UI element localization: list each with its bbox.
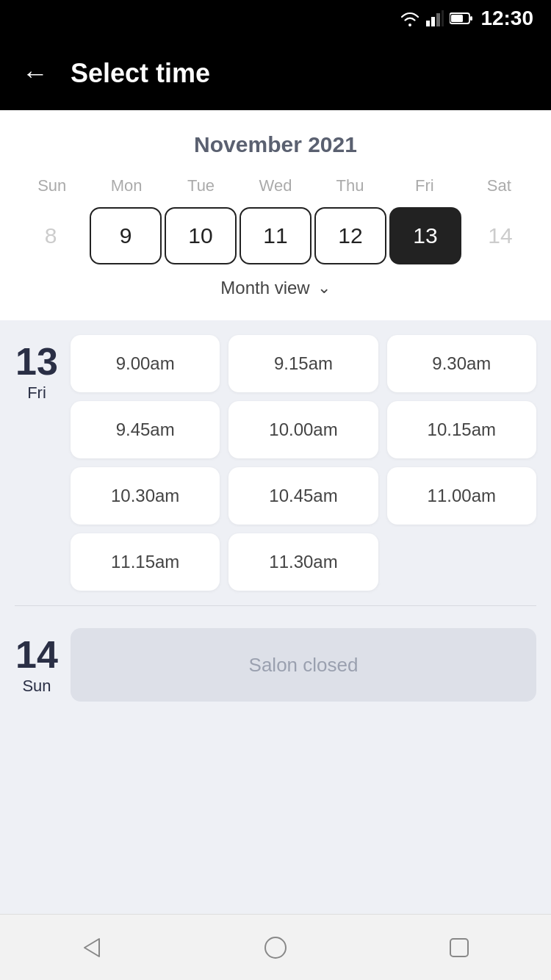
wifi-icon xyxy=(400,10,420,26)
weekday-fri: Fri xyxy=(387,172,461,200)
page-title: Select time xyxy=(71,58,210,89)
cal-day-13[interactable]: 13 xyxy=(389,207,461,264)
time-slot-1000am[interactable]: 10.00am xyxy=(228,401,378,458)
salon-closed-box: Salon closed xyxy=(71,628,536,702)
home-circle-icon xyxy=(262,934,289,961)
cal-day-8[interactable]: 8 xyxy=(15,207,87,264)
weekday-mon: Mon xyxy=(89,172,163,200)
time-slot-1030am[interactable]: 10.30am xyxy=(71,467,220,525)
calendar-section: November 2021 Sun Mon Tue Wed Thu Fri Sa… xyxy=(0,110,551,320)
svg-rect-2 xyxy=(436,13,440,26)
time-slot-1045am[interactable]: 10.45am xyxy=(228,467,378,525)
time-slot-1130am[interactable]: 11.30am xyxy=(228,533,378,591)
back-button[interactable]: ← xyxy=(22,60,48,87)
time-slot-1115am[interactable]: 11.15am xyxy=(71,533,220,591)
svg-rect-9 xyxy=(450,939,468,956)
status-icons xyxy=(400,10,473,26)
nav-recent-button[interactable] xyxy=(437,926,481,970)
cal-day-10[interactable]: 10 xyxy=(165,207,237,264)
divider xyxy=(15,605,536,606)
month-view-toggle[interactable]: Month view ⌄ xyxy=(15,267,536,313)
weekday-sat: Sat xyxy=(462,172,536,200)
svg-rect-5 xyxy=(470,16,472,21)
status-bar: 12:30 xyxy=(0,0,551,37)
status-time: 12:30 xyxy=(480,7,533,30)
cal-day-12[interactable]: 12 xyxy=(314,207,386,264)
time-grid-13: 9.00am 9.15am 9.30am 9.45am 10.00am 10.1… xyxy=(71,335,536,591)
svg-rect-6 xyxy=(451,15,463,22)
chevron-down-icon: ⌄ xyxy=(317,278,331,298)
time-slot-900am[interactable]: 9.00am xyxy=(71,335,220,392)
recent-square-icon xyxy=(446,934,472,961)
cal-day-14[interactable]: 14 xyxy=(464,207,536,264)
svg-rect-1 xyxy=(431,17,435,26)
bottom-nav xyxy=(0,914,551,980)
back-triangle-icon xyxy=(79,934,105,961)
salon-closed-grid: Salon closed xyxy=(71,628,536,702)
day-number-col-14: 14 Sun xyxy=(15,628,59,702)
nav-back-button[interactable] xyxy=(70,926,114,970)
svg-point-8 xyxy=(265,937,286,958)
svg-rect-0 xyxy=(426,21,430,26)
cal-day-9[interactable]: 9 xyxy=(90,207,162,264)
weekday-thu: Thu xyxy=(313,172,387,200)
signal-icon xyxy=(426,10,444,26)
day-number-13: 13 xyxy=(15,342,58,381)
month-view-label: Month view xyxy=(220,278,309,298)
svg-marker-7 xyxy=(84,939,99,956)
weekday-sun: Sun xyxy=(15,172,89,200)
weekday-tue: Tue xyxy=(164,172,238,200)
weekday-wed: Wed xyxy=(238,172,312,200)
day-number-14: 14 xyxy=(15,635,58,674)
app-header: ← Select time xyxy=(0,37,551,110)
time-slot-930am[interactable]: 9.30am xyxy=(387,335,536,392)
time-slot-945am[interactable]: 9.45am xyxy=(71,401,220,458)
battery-icon xyxy=(450,12,473,25)
day-name-fri: Fri xyxy=(27,383,46,403)
month-label: November 2021 xyxy=(15,132,536,157)
day-block-14: 14 Sun Salon closed xyxy=(15,628,536,702)
salon-closed-label: Salon closed xyxy=(249,654,359,677)
svg-rect-3 xyxy=(442,10,444,26)
day-block-13: 13 Fri 9.00am 9.15am 9.30am 9.45am 10.00… xyxy=(15,335,536,591)
time-slot-1015am[interactable]: 10.15am xyxy=(387,401,536,458)
cal-day-11[interactable]: 11 xyxy=(240,207,311,264)
slots-section: 13 Fri 9.00am 9.15am 9.30am 9.45am 10.00… xyxy=(0,320,551,914)
calendar-row: 8 9 10 11 12 13 14 xyxy=(15,207,536,264)
nav-home-button[interactable] xyxy=(253,926,298,970)
day-name-sun: Sun xyxy=(22,677,51,696)
day-number-col-13: 13 Fri xyxy=(15,335,59,591)
weekdays-row: Sun Mon Tue Wed Thu Fri Sat xyxy=(15,172,536,200)
time-slot-915am[interactable]: 9.15am xyxy=(228,335,378,392)
time-slot-1100am[interactable]: 11.00am xyxy=(387,467,536,525)
